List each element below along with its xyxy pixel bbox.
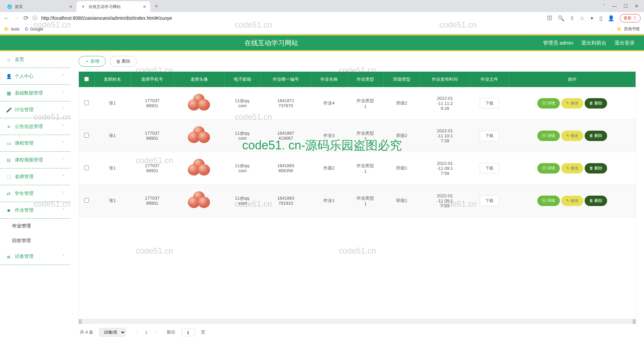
- profile-icon[interactable]: 👤: [608, 15, 614, 21]
- sidebar-icon: ⇄: [6, 191, 11, 196]
- window-dropdown-icon[interactable]: ˅: [603, 3, 605, 9]
- sidebar-subitem[interactable]: 回答管理: [0, 233, 70, 248]
- select-all-checkbox[interactable]: [84, 77, 89, 81]
- window-controls: ˅ — ☐ ✕: [598, 3, 644, 9]
- zoom-icon[interactable]: 🔍: [558, 15, 565, 21]
- delete-row-button[interactable]: 🗑 删除: [585, 98, 607, 109]
- maximize-icon[interactable]: ☐: [624, 3, 628, 9]
- sidebar-icon: ▭: [6, 141, 11, 146]
- address-bar: ← → ⟳ ⓘ http://localhost:8080/zaixianxue…: [0, 12, 644, 24]
- current-page[interactable]: 1: [145, 330, 147, 335]
- sidebar-icon: ▦: [6, 90, 11, 96]
- detail-button[interactable]: ▤ 详情: [537, 98, 560, 109]
- table-cell: ▤ 详情✎ 修改🗑 删除: [509, 120, 635, 152]
- detail-button[interactable]: ▤ 详情: [537, 131, 560, 141]
- update-button[interactable]: 更新 ⋮: [620, 14, 641, 22]
- download-button[interactable]: 下载: [480, 196, 499, 206]
- row-checkbox[interactable]: [84, 198, 89, 203]
- sidebar-item-4[interactable]: ≡公告信息管理˅: [0, 118, 70, 135]
- horizontal-scrollbar[interactable]: [78, 319, 636, 324]
- page-size-select[interactable]: 10条/页: [99, 328, 126, 337]
- table-cell: 2022-01-11 10:17:39: [420, 120, 470, 152]
- sidebar-item-label: 首页: [15, 57, 24, 63]
- url-input[interactable]: http://localhost:8080/zaixianxuexi/admin…: [41, 15, 543, 21]
- edit-button[interactable]: ✎ 修改: [561, 163, 583, 174]
- table-cell: [79, 120, 94, 152]
- bookmark-other[interactable]: 📁其他书签: [617, 26, 640, 32]
- table-cell: 17703786901: [130, 87, 174, 120]
- goto-input[interactable]: [181, 329, 195, 336]
- download-button[interactable]: 下载: [480, 98, 499, 109]
- table-container: 老师姓名老师手机号老师头像电子邮箱作业唯一编号作业名称作业类型班级类型作业发布时…: [78, 71, 636, 319]
- edit-button[interactable]: ✎ 修改: [561, 98, 583, 109]
- detail-button[interactable]: ▤ 详情: [537, 196, 560, 206]
- delete-row-button[interactable]: 🗑 删除: [585, 163, 607, 174]
- site-info-icon[interactable]: ⓘ: [33, 15, 37, 21]
- close-icon[interactable]: ✕: [69, 4, 72, 9]
- logout-link[interactable]: 退出登录: [614, 40, 635, 46]
- teacher-avatar: [186, 158, 213, 178]
- row-checkbox[interactable]: [84, 133, 89, 138]
- back-icon[interactable]: ←: [3, 15, 9, 22]
- close-window-icon[interactable]: ✕: [635, 3, 639, 9]
- reload-icon[interactable]: ⟳: [23, 14, 29, 22]
- close-icon[interactable]: ✕: [143, 4, 146, 9]
- sidebar-item-9[interactable]: ■作业管理˄: [0, 202, 70, 219]
- sidebar-item-10[interactable]: ≣试卷管理˅: [0, 248, 70, 265]
- sidebar: ⌂首页👤个人中心˅▦基础数据管理˅🎤讨论管理˅≡公告信息管理˅▭课程管理˅⊟课程…: [0, 51, 70, 345]
- sidebar-icon: ≣: [6, 254, 11, 259]
- sidebar-icon: ⊟: [6, 157, 11, 163]
- table-cell: 班级2: [383, 120, 420, 152]
- sidebar-item-1[interactable]: 👤个人中心˅: [0, 68, 70, 85]
- sidebar-item-6[interactable]: ⊟课程视频管理˅: [0, 152, 70, 168]
- sidebar-item-5[interactable]: ▭课程管理˅: [0, 135, 70, 152]
- forward-icon[interactable]: →: [13, 15, 19, 22]
- sidebar-subitem[interactable]: 作业管理: [0, 219, 70, 233]
- table-header-row: 老师姓名老师手机号老师头像电子邮箱作业唯一编号作业名称作业类型班级类型作业发布时…: [79, 72, 636, 87]
- chevron-down-icon: ˅: [62, 91, 64, 95]
- row-checkbox[interactable]: [84, 165, 89, 170]
- add-button[interactable]: ＋ 新增: [78, 56, 106, 67]
- row-checkbox[interactable]: [84, 100, 89, 105]
- delete-button[interactable]: 🗑 删除: [110, 56, 137, 67]
- table-row: 张11770378690111@qq.com1641871737870作业4作业…: [79, 87, 636, 120]
- panel-icon[interactable]: ▯: [599, 15, 602, 21]
- new-tab-button[interactable]: ＋: [150, 3, 162, 10]
- star-icon[interactable]: ☆: [580, 15, 584, 21]
- sidebar-item-2[interactable]: ▦基础数据管理˅: [0, 85, 70, 101]
- delete-row-button[interactable]: 🗑 删除: [585, 131, 607, 141]
- table-header-cell: 作业唯一编号: [261, 72, 311, 87]
- bookmark-google[interactable]: GGoogle: [25, 27, 43, 31]
- download-button[interactable]: 下载: [480, 163, 499, 174]
- data-table: 老师姓名老师手机号老师头像电子邮箱作业唯一编号作业名称作业类型班级类型作业发布时…: [79, 72, 636, 217]
- bookmark-label: Google: [30, 27, 43, 31]
- detail-button[interactable]: ▤ 详情: [537, 163, 560, 174]
- teacher-avatar: [186, 191, 213, 211]
- sidebar-item-3[interactable]: 🎤讨论管理˅: [0, 101, 70, 118]
- browser-tab-1[interactable]: ▼ 在线互动学习网站 ✕: [76, 1, 150, 12]
- delete-row-button[interactable]: 🗑 删除: [585, 196, 607, 206]
- table-cell: 张1: [94, 152, 130, 185]
- sidebar-item-0[interactable]: ⌂首页: [0, 51, 70, 68]
- folder-icon: 📁: [4, 27, 9, 31]
- chevron-down-icon: ˅: [62, 74, 64, 79]
- edit-button[interactable]: ✎ 修改: [561, 196, 583, 206]
- puzzle-icon[interactable]: ✦: [590, 15, 594, 21]
- prev-page-button[interactable]: 〈: [132, 329, 139, 335]
- share-icon[interactable]: ⇪: [570, 15, 574, 21]
- download-button[interactable]: 下载: [480, 131, 499, 141]
- edit-button[interactable]: ✎ 修改: [561, 131, 583, 141]
- sidebar-icon: 🎤: [6, 107, 11, 113]
- sidebar-item-7[interactable]: ⬚老师管理˅: [0, 168, 70, 185]
- key-icon[interactable]: ⚿: [547, 15, 552, 21]
- browser-tab-0[interactable]: 🌐 首页 ✕: [3, 1, 76, 12]
- next-page-button[interactable]: 〉: [154, 329, 161, 335]
- table-cell: 11@qq.com: [224, 185, 261, 217]
- minimize-icon[interactable]: —: [612, 3, 617, 9]
- sidebar-item-8[interactable]: ⇄学生管理˅: [0, 185, 70, 202]
- admin-label[interactable]: 管理员 admin: [543, 40, 573, 46]
- folder-icon: 📁: [617, 27, 622, 31]
- to-front-link[interactable]: 退出到前台: [581, 40, 606, 46]
- goto-label: 前往: [167, 329, 175, 335]
- bookmark-tools[interactable]: 📁tools: [4, 27, 19, 31]
